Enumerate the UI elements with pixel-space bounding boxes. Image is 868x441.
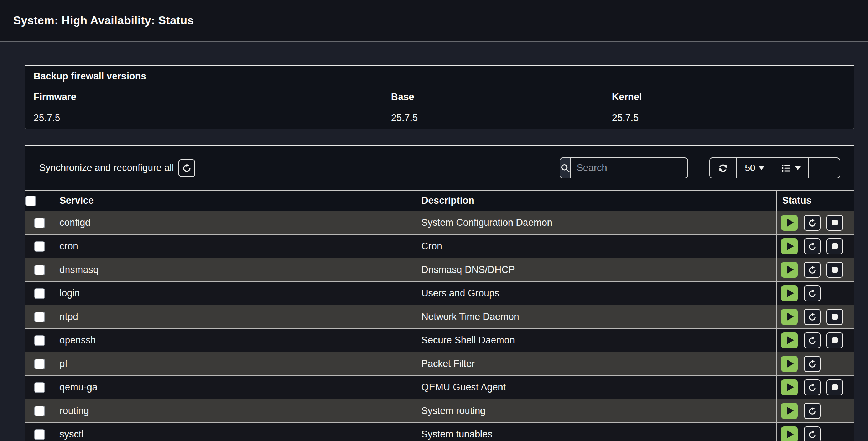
- restart-icon: [808, 242, 817, 251]
- restart-service-button[interactable]: [804, 238, 821, 254]
- restart-service-button[interactable]: [804, 426, 821, 441]
- service-description: Packet Filter: [416, 352, 777, 375]
- restart-service-button[interactable]: [804, 379, 821, 395]
- row-checkbox-cell: [25, 234, 54, 258]
- refresh-icon: [718, 163, 728, 173]
- start-service-button[interactable]: [781, 332, 798, 348]
- sync-all-group: Synchronize and reconfigure all: [39, 159, 195, 177]
- play-icon: [785, 383, 794, 392]
- stop-service-button[interactable]: [826, 379, 843, 395]
- stop-service-button[interactable]: [826, 332, 843, 348]
- service-description: System Configuration Daemon: [416, 211, 777, 234]
- col-header-description: Description: [416, 191, 777, 211]
- restart-icon: [808, 312, 817, 321]
- play-icon: [785, 312, 794, 321]
- row-checkbox[interactable]: [34, 335, 45, 346]
- restart-service-button[interactable]: [804, 309, 821, 325]
- start-service-button[interactable]: [781, 356, 798, 372]
- restart-icon: [808, 406, 817, 415]
- firmware-version: 25.7.5: [25, 108, 383, 129]
- start-service-button[interactable]: [781, 379, 798, 395]
- restart-service-button[interactable]: [804, 356, 821, 372]
- service-name: routing: [54, 399, 416, 422]
- row-checkbox[interactable]: [34, 429, 45, 440]
- row-checkbox-cell: [25, 399, 54, 422]
- stop-icon: [831, 265, 839, 274]
- play-icon: [785, 406, 794, 415]
- row-checkbox-cell: [25, 305, 54, 328]
- start-service-button[interactable]: [781, 403, 798, 419]
- service-description: System routing: [416, 399, 777, 422]
- table-row: openssh Secure Shell Daemon: [25, 328, 854, 352]
- backup-versions-panel: Backup firewall versions Firmware Base K…: [25, 65, 854, 129]
- service-name: openssh: [54, 328, 416, 352]
- row-checkbox[interactable]: [34, 241, 45, 252]
- refresh-grid-button[interactable]: [710, 158, 737, 178]
- service-description: Users and Groups: [416, 281, 777, 305]
- select-all-checkbox[interactable]: [25, 196, 36, 206]
- service-actions: [777, 281, 854, 305]
- page-size-value: 50: [745, 162, 755, 173]
- row-checkbox[interactable]: [34, 265, 45, 275]
- start-service-button[interactable]: [781, 309, 798, 325]
- service-name: ntpd: [54, 305, 416, 328]
- row-checkbox[interactable]: [34, 218, 45, 228]
- column-selection-dropdown[interactable]: [773, 158, 809, 178]
- row-checkbox-cell: [25, 211, 54, 234]
- service-actions: [777, 234, 854, 258]
- restart-service-button[interactable]: [804, 285, 821, 301]
- stop-service-button[interactable]: [826, 238, 843, 254]
- search-addon: [560, 158, 571, 178]
- row-checkbox[interactable]: [34, 359, 45, 369]
- restart-icon: [808, 383, 817, 392]
- restart-service-button[interactable]: [804, 332, 821, 348]
- versions-header-row: Firmware Base Kernel: [25, 87, 854, 108]
- service-description: System tunables: [416, 422, 777, 441]
- start-service-button[interactable]: [781, 262, 798, 278]
- table-row: login Users and Groups: [25, 281, 854, 305]
- start-service-button[interactable]: [781, 285, 798, 301]
- stop-icon: [831, 312, 839, 321]
- search-icon: [560, 163, 570, 173]
- services-table-body: configd System Configuration Daemon: [25, 211, 854, 441]
- restart-service-button[interactable]: [804, 262, 821, 278]
- backup-versions-title: Backup firewall versions: [25, 66, 854, 87]
- row-checkbox-cell: [25, 281, 54, 305]
- restart-icon: [808, 359, 817, 368]
- service-name: cron: [54, 234, 416, 258]
- start-service-button[interactable]: [781, 238, 798, 254]
- service-description: Cron: [416, 234, 777, 258]
- search-input[interactable]: [571, 158, 688, 178]
- page-title: System: High Availability: Status: [13, 14, 194, 27]
- restart-service-button[interactable]: [804, 403, 821, 419]
- stop-icon: [831, 218, 839, 227]
- row-checkbox[interactable]: [34, 312, 45, 322]
- stop-service-button[interactable]: [826, 262, 843, 278]
- stop-service-button[interactable]: [826, 309, 843, 325]
- start-service-button[interactable]: [781, 215, 798, 231]
- caret-down-icon: [759, 166, 764, 170]
- page-size-dropdown[interactable]: 50: [737, 158, 773, 178]
- play-icon: [785, 430, 794, 439]
- restart-service-button[interactable]: [804, 215, 821, 231]
- table-row: cron Cron: [25, 234, 854, 258]
- stop-icon: [831, 383, 839, 391]
- grid-controls-group: 50: [709, 157, 840, 178]
- sync-all-button[interactable]: [178, 159, 195, 177]
- col-header-service: Service: [54, 191, 416, 211]
- service-description: QEMU Guest Agent: [416, 375, 777, 399]
- caret-down-icon: [795, 166, 801, 170]
- play-icon: [785, 359, 794, 368]
- row-checkbox[interactable]: [34, 288, 45, 299]
- col-header-status: Status: [777, 191, 854, 211]
- versions-col-base: Base: [383, 87, 604, 108]
- row-checkbox[interactable]: [34, 406, 45, 416]
- service-name: qemu-ga: [54, 375, 416, 399]
- service-actions: [777, 375, 854, 399]
- play-icon: [785, 265, 794, 274]
- stop-service-button[interactable]: [826, 215, 843, 231]
- service-description: Dnsmasq DNS/DHCP: [416, 258, 777, 281]
- table-row: qemu-ga QEMU Guest Agent: [25, 375, 854, 399]
- start-service-button[interactable]: [781, 426, 798, 441]
- row-checkbox[interactable]: [34, 382, 45, 393]
